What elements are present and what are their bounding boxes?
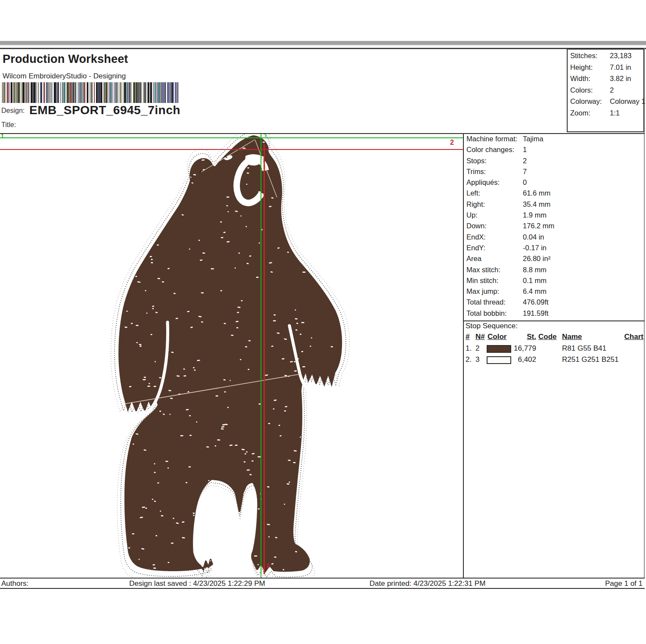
stop-sequence-divider — [463, 320, 645, 321]
stop-sequence-row: 1.216,779R81 G55 B41 — [466, 344, 645, 355]
stat-label: Stops: — [466, 157, 487, 165]
stat-row: Trims:7 — [466, 168, 643, 178]
guide-line-green-vertical — [261, 134, 261, 578]
stat-label: Color changes: — [466, 146, 514, 154]
summary-rows: Stitches:23,183Height:7.01 inWidth:3.82 … — [570, 52, 643, 121]
stat-label: Max jump: — [466, 287, 499, 296]
stat-label: Colorway: — [570, 97, 602, 106]
thread-color-swatch — [487, 345, 511, 353]
thread-color-swatch — [487, 356, 511, 364]
authors-label: Authors: — [1, 579, 28, 588]
page-title: Production Worksheet — [3, 53, 128, 66]
start-marker: 1 — [1, 134, 4, 139]
stat-label: Left: — [466, 189, 480, 197]
stat-row: Max jump:6.4 mm — [466, 287, 643, 298]
stat-label: Machine format: — [466, 135, 517, 143]
stat-row: Stops:2 — [466, 157, 643, 168]
stop-cell-num: 1. — [466, 344, 472, 353]
stat-value: 26.80 in² — [523, 255, 550, 263]
barcode-icon — [1, 82, 181, 103]
guide-line-red-vertical — [264, 144, 265, 574]
stat-row: Max stitch:8.8 mm — [466, 266, 643, 277]
stat-row: EndY:-0.17 in — [466, 244, 643, 255]
stat-value: Colorway 1 — [610, 97, 646, 106]
stat-value: 3.82 in — [610, 75, 631, 83]
bear-embroidery-graphic — [0, 134, 463, 578]
stat-row: EndX:0.04 in — [466, 233, 643, 244]
stat-value: 2 — [610, 86, 614, 94]
stat-label: Trims: — [466, 168, 486, 176]
stat-row: Left:61.6 mm — [466, 189, 643, 200]
stat-row: Color changes:1 — [466, 146, 643, 156]
stat-row: Down:176.2 mm — [466, 222, 643, 233]
stop-cell-name: R81 G55 B41 — [562, 344, 606, 353]
stat-row: Right:35.4 mm — [466, 200, 643, 211]
stat-row: Appliqués:0 — [466, 178, 643, 189]
window-top-band-highlight — [0, 45, 646, 46]
design-name: EMB_SPORT_6945_7inch — [29, 103, 180, 117]
page-footer: Authors: Design last saved : 4/23/2025 1… — [0, 578, 645, 589]
stat-row: Zoom:1:1 — [570, 109, 643, 121]
stat-value: 8.8 mm — [523, 266, 547, 274]
stat-label: Max stitch: — [466, 266, 500, 274]
stat-row: Width:3.82 in — [570, 75, 643, 86]
stat-label: Down: — [466, 222, 487, 230]
stop-cell-needle: 3 — [475, 355, 479, 364]
stat-value: Tajima — [523, 135, 544, 143]
stop-cell-needle: 2 — [475, 344, 479, 353]
stat-value: 1:1 — [610, 109, 620, 117]
window-top-band — [0, 41, 646, 45]
stop-marker-bottom: 2 — [266, 562, 270, 569]
stat-label: Stitches: — [570, 52, 597, 60]
column-header: Code — [538, 333, 557, 341]
stat-label: Total thread: — [466, 298, 506, 306]
stat-value: -0.17 in — [523, 244, 547, 252]
stat-value: 176.2 mm — [523, 222, 554, 230]
stat-value: 0.1 mm — [523, 277, 547, 285]
stat-row: Total thread:476.09ft — [466, 298, 643, 309]
stat-value: 1.9 mm — [523, 211, 547, 219]
column-header: # — [466, 333, 469, 341]
design-canvas: 1 1 2 2 — [0, 134, 463, 578]
stat-row: Total bobbin:191.59ft — [466, 309, 643, 320]
stat-label: Width: — [570, 75, 590, 83]
stat-value: 191.59ft — [523, 309, 549, 317]
column-header: Color — [488, 333, 506, 341]
title-label: Title: — [1, 121, 16, 129]
stop-sequence-header: #N#ColorSt.CodeNameChart — [466, 333, 645, 343]
page-top-border — [0, 48, 646, 49]
stat-value: 23,183 — [610, 52, 631, 60]
stat-value: 2 — [523, 157, 527, 165]
panel-divider-vertical — [463, 134, 464, 578]
column-header: St. — [507, 333, 536, 341]
stop-cell-num: 2. — [466, 355, 472, 364]
stat-row: Colorway:Colorway 1 — [570, 97, 643, 109]
stat-value: 6.4 mm — [523, 287, 547, 296]
stat-row: Stitches:23,183 — [570, 52, 643, 63]
stat-row: Min stitch:0.1 mm — [466, 277, 643, 287]
summary-box: Stitches:23,183Height:7.01 inWidth:3.82 … — [567, 49, 644, 132]
stat-value: 61.6 mm — [523, 189, 550, 197]
stat-value: 0.04 in — [523, 233, 544, 241]
page-number: Page 1 of 1 — [591, 579, 643, 588]
stop-sequence-title: Stop Sequence: — [466, 322, 518, 330]
stat-value: 1 — [523, 146, 527, 154]
stop-sequence-row: 2.36,402R251 G251 B251 — [466, 355, 645, 367]
stat-row: Machine format:Tajima — [466, 135, 643, 146]
details-panel: Machine format:TajimaColor changes:1Stop… — [466, 135, 643, 320]
stat-value: 7.01 in — [610, 63, 631, 72]
stat-row: Area26.80 in² — [466, 255, 643, 265]
stop-cell-name: R251 G251 B251 — [562, 355, 618, 364]
stat-value: 476.09ft — [523, 298, 549, 306]
stat-label: EndX: — [466, 233, 486, 241]
stat-label: Zoom: — [570, 109, 590, 117]
stat-label: Min stitch: — [466, 277, 498, 285]
design-label: Design: — [1, 107, 25, 115]
stat-value: 7 — [523, 168, 527, 176]
stop-cell-stitches: 6,402 — [507, 355, 536, 364]
stat-row: Up:1.9 mm — [466, 211, 643, 222]
stat-value: 35.4 mm — [523, 200, 550, 208]
stat-label: Colors: — [570, 86, 593, 94]
bear-silhouette — [119, 136, 341, 571]
stat-row: Colors:2 — [570, 86, 643, 98]
